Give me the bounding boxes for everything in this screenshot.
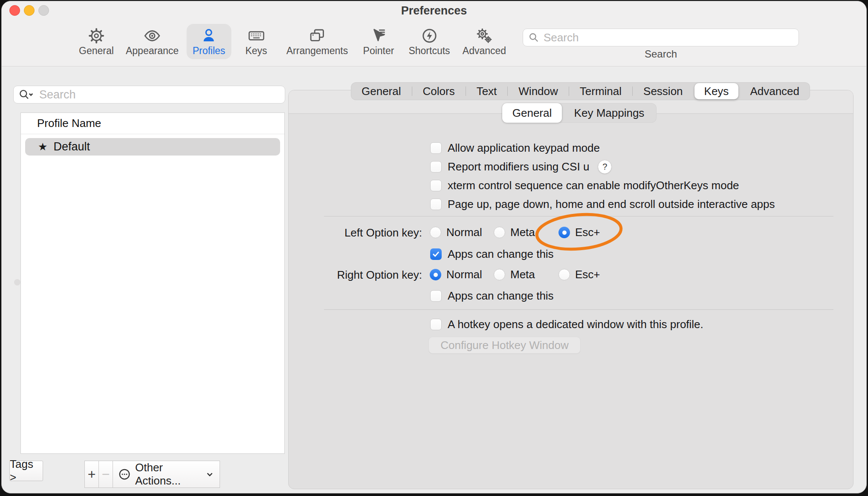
radio-circle[interactable] [430,269,441,280]
radio-circle[interactable] [558,227,570,238]
other-actions-dropdown[interactable]: Other Actions... [113,461,220,488]
toolbar-label: Shortcuts [408,45,450,57]
profile-search-input[interactable] [38,88,281,102]
row-hotkey-window: A hotkey opens a dedicated window with t… [430,317,703,332]
right-option-label: Right Option key: [289,268,422,282]
toolbar-label: Keys [245,45,267,57]
row-modify-other-keys: xterm control sequence can enable modify… [430,178,739,193]
add-profile-button[interactable]: + [84,461,99,488]
ellipsis-circle-icon [118,468,131,481]
checkbox-scroll-outside[interactable] [430,199,442,210]
profile-row-default[interactable]: ★ Default [25,138,280,156]
tab-advanced[interactable]: Advanced [739,82,810,100]
radio-circle[interactable] [494,269,505,280]
radio-right-esc[interactable]: Esc+ [558,268,600,281]
cursor-icon [370,27,388,44]
radio-label: Meta [510,268,535,281]
profile-settings-panel: General Colors Text Window Terminal Sess… [288,90,854,489]
radio-left-normal[interactable]: Normal [430,226,482,239]
profile-search-field[interactable] [13,86,285,104]
row-left-apps-change: Apps can change this [430,247,554,261]
checkbox-csi-u[interactable] [430,161,442,173]
scoped-search-icon [18,89,36,101]
profile-tab-bar: General Colors Text Window Terminal Sess… [351,82,810,100]
separator [324,216,833,216]
star-icon: ★ [38,141,47,153]
radio-label: Meta [510,226,535,239]
subtab-key-mappings[interactable]: Key Mappings [562,103,657,123]
checkbox-label: xterm control sequence can enable modify… [448,179,739,192]
eye-icon [143,27,162,44]
toolbar-search-field[interactable] [523,29,799,46]
radio-right-normal[interactable]: Normal [430,268,482,281]
toolbar-label: General [79,45,114,57]
toolbar-search-caption: Search [523,48,799,60]
radio-circle[interactable] [430,227,441,238]
radio-left-meta[interactable]: Meta [494,226,535,239]
bolt-circle-icon [420,27,438,44]
toolbar-item-general[interactable]: General [73,24,120,59]
toolbar-label: Profiles [193,45,226,57]
keyboard-icon [246,27,266,44]
keys-subtab-bar: General Key Mappings [502,103,657,123]
radio-left-esc[interactable]: Esc+ [558,226,600,239]
checkbox-label: Apps can change this [448,289,554,303]
chevron-down-icon [205,470,214,479]
profile-list: Profile Name ★ Default [20,112,285,454]
row-scroll-outside: Page up, page down, home and end scroll … [430,197,775,211]
radio-circle[interactable] [558,269,570,280]
radio-right-meta[interactable]: Meta [494,268,535,281]
checkbox-label: A hotkey opens a dedicated window with t… [448,318,703,331]
profile-name: Default [53,140,90,153]
configure-hotkey-window-button[interactable]: Configure Hotkey Window [428,337,581,354]
gears-icon [475,27,494,44]
row-right-option-key: Right Option key: Normal Meta Esc+ [289,267,853,284]
checkbox-modify-other-keys[interactable] [430,180,442,191]
toolbar-item-appearance[interactable]: Appearance [120,24,185,59]
radio-label: Esc+ [575,226,600,239]
toolbar-label: Arrangements [286,45,348,57]
tab-keys[interactable]: Keys [694,83,739,99]
toolbar-label: Advanced [463,45,506,57]
checkbox-label: Apps can change this [448,248,554,261]
tab-text[interactable]: Text [466,82,508,100]
toolbar-item-keys[interactable]: Keys [239,24,273,59]
window-title: Preferences [2,4,866,17]
radio-label: Normal [446,268,482,281]
tab-general[interactable]: General [351,82,412,100]
pane-splitter-handle[interactable] [14,279,20,285]
checkbox-label: Page up, page down, home and end scroll … [448,198,775,211]
toolbar-item-advanced[interactable]: Advanced [457,24,512,59]
toolbar-label: Pointer [363,45,394,57]
tab-window[interactable]: Window [508,82,568,100]
checkmark-icon [431,250,440,259]
profile-list-header: Profile Name [21,113,284,134]
tags-button[interactable]: Tags > [9,461,43,481]
other-actions-label: Other Actions... [135,461,201,487]
checkbox-right-apps-change[interactable] [430,290,442,302]
preferences-window: Preferences General [1,1,867,493]
remove-profile-button[interactable]: − [98,461,113,488]
toolbar-label: Appearance [126,45,179,57]
toolbar-search-input[interactable] [543,31,793,45]
row-csi-u: Report modifiers using CSI u ? [430,159,612,174]
tab-terminal[interactable]: Terminal [569,82,632,100]
toolbar-item-arrangements[interactable]: Arrangements [281,24,354,59]
tab-session[interactable]: Session [633,82,694,100]
checkbox-hotkey-window[interactable] [430,319,442,330]
toolbar-item-profiles[interactable]: Profiles [187,24,231,59]
checkbox-left-apps-change[interactable] [430,248,442,260]
search-icon [528,32,539,43]
help-button[interactable]: ? [598,160,612,174]
subtab-general[interactable]: General [502,103,562,123]
checkbox-keypad-mode[interactable] [430,142,442,154]
tab-colors[interactable]: Colors [412,82,466,100]
titlebar: Preferences General [2,1,866,66]
radio-circle[interactable] [494,227,505,238]
row-keypad-mode: Allow application keypad mode [430,141,600,155]
checkbox-label: Report modifiers using CSI u [448,160,589,173]
person-icon [200,27,218,44]
left-option-label: Left Option key: [289,226,422,239]
toolbar-item-pointer[interactable]: Pointer [357,24,400,59]
toolbar-item-shortcuts[interactable]: Shortcuts [402,24,456,59]
